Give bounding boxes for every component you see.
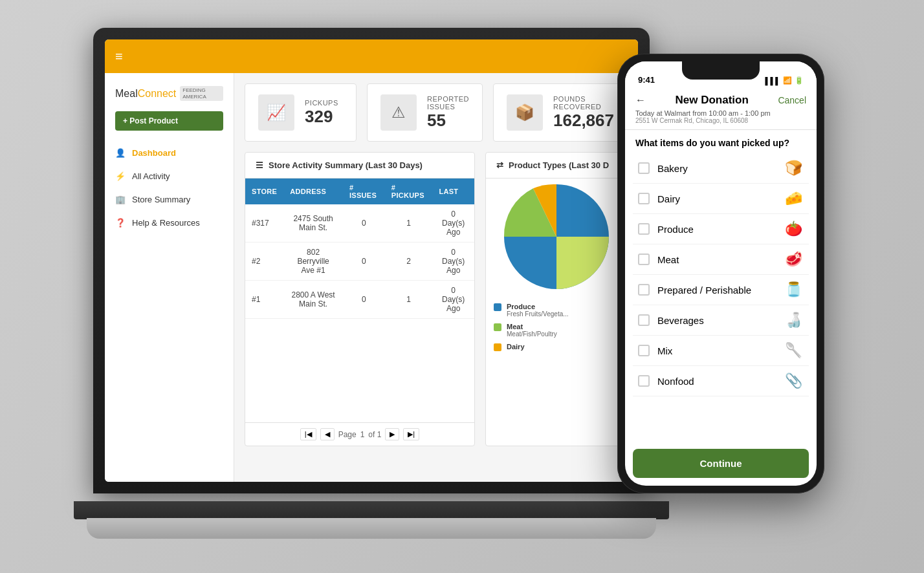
stat-info-pickups: PICKUPS 329 <box>305 99 338 127</box>
col-pickups: # PICKUPS <box>385 178 433 204</box>
table-row[interactable]: #1 2800 A West Main St. 0 1 0 Day(s) Ago <box>245 281 474 319</box>
pie-chart-area <box>486 178 627 295</box>
legend-item-meat: Meat Meat/Fish/Poultry <box>494 323 619 338</box>
item-checkbox-beverages[interactable] <box>638 314 650 326</box>
item-row-bakery[interactable]: Bakery 🍞 <box>633 153 809 184</box>
pickups-icon-box: 📈 <box>258 94 294 131</box>
page-label: Page <box>338 430 357 439</box>
table-row[interactable]: #2 802 Berryville Ave #1 0 2 0 Day(s) Ag… <box>245 243 474 281</box>
item-checkbox-prepared[interactable] <box>638 284 650 296</box>
meat-icon: 🥩 <box>783 251 804 268</box>
page-prev-button[interactable]: ◀ <box>320 428 335 440</box>
store-activity-table: STORE ADDRESS # ISSUES # PICKUPS LAST <box>245 178 474 319</box>
back-button[interactable]: ← <box>635 94 646 106</box>
product-types-title: Product Types (Last 30 D <box>509 160 609 170</box>
item-row-mix[interactable]: Mix 🥄 <box>633 336 809 366</box>
logo-connect-text: Connect <box>138 88 177 99</box>
issues-label: REPORTED ISSUES <box>427 95 469 111</box>
item-row-nonfood[interactable]: Nonfood 📎 <box>633 366 809 396</box>
logo-area: MealConnect FEEDING AMERICA <box>105 81 234 111</box>
stat-card-reported-issues: ⚠ REPORTED ISSUES 55 <box>367 83 483 142</box>
continue-button[interactable]: Continue <box>633 449 809 478</box>
signal-icon: ▌▌▌ <box>765 77 780 85</box>
items-question: What items do you want picked up? <box>625 130 817 153</box>
laptop-body: ≡ MealConnect FEEDING AMERICA + Pos <box>93 28 650 493</box>
stat-info-issues: REPORTED ISSUES 55 <box>427 95 469 131</box>
status-icons: ▌▌▌ 📶 🔋 <box>765 76 804 85</box>
cell-pickups-0: 1 <box>385 204 433 243</box>
pounds-icon-box: 📦 <box>507 94 543 131</box>
product-types-header: ⇄ Product Types (Last 30 D <box>486 153 627 178</box>
item-checkbox-dairy[interactable] <box>638 193 650 204</box>
item-row-meat[interactable]: Meat 🥩 <box>633 244 809 275</box>
logo-meal-text: Meal <box>115 88 138 99</box>
col-address: ADDRESS <box>283 178 343 204</box>
page-last-button[interactable]: ▶| <box>403 428 419 440</box>
item-checkbox-mix[interactable] <box>638 345 650 356</box>
bakery-icon: 🍞 <box>783 160 804 177</box>
produce-icon: 🍅 <box>783 221 804 237</box>
page-first-button[interactable]: |◀ <box>300 428 316 440</box>
pickups-label: PICKUPS <box>305 99 338 107</box>
cell-issues-2: 0 <box>343 281 385 319</box>
item-row-dairy[interactable]: Dairy 🧀 <box>633 184 809 214</box>
stat-card-pickups: 📈 PICKUPS 329 <box>245 83 357 142</box>
sidebar-item-dashboard[interactable]: 👤 Dashboard <box>105 141 234 164</box>
stats-row: 📈 PICKUPS 329 ⚠ REPORTED ISSUES <box>245 83 628 142</box>
app-body: MealConnect FEEDING AMERICA + Post Produ… <box>105 73 638 482</box>
sidebar: MealConnect FEEDING AMERICA + Post Produ… <box>105 73 234 482</box>
legend-dot-dairy <box>494 343 501 351</box>
cell-last-2: 0 Day(s) Ago <box>432 281 474 319</box>
phone-container: 9:41 ▌▌▌ 📶 🔋 ← New Donation Cancel Today… <box>617 54 824 493</box>
store-summary-icon: 🏢 <box>115 194 126 204</box>
item-checkbox-produce[interactable] <box>638 223 650 235</box>
table-row[interactable]: #317 2475 South Main St. 0 1 0 Day(s) Ag… <box>245 204 474 243</box>
logo: MealConnect <box>115 88 176 100</box>
item-row-beverages[interactable]: Beverages 🍶 <box>633 305 809 336</box>
prepared-icon: 🫙 <box>783 281 804 298</box>
pounds-value: 162,867 <box>553 111 614 131</box>
item-checkbox-bakery[interactable] <box>638 162 650 174</box>
col-last: LAST <box>432 178 474 204</box>
sidebar-item-help-resources-label: Help & Resources <box>132 218 200 228</box>
legend-area: Produce Fresh Fruits/Vegeta... Meat <box>486 295 627 364</box>
item-label-mix: Mix <box>657 345 775 356</box>
item-label-prepared: Prepared / Perishable <box>657 285 775 296</box>
laptop-screen: ≡ MealConnect FEEDING AMERICA + Pos <box>105 39 638 482</box>
phone-address: 2551 W Cermak Rd, Chicago, IL 60608 <box>635 117 806 124</box>
dairy-icon: 🧀 <box>783 190 804 207</box>
nonfood-icon: 📎 <box>783 373 804 389</box>
cell-store-1: #2 <box>245 243 283 281</box>
item-checkbox-nonfood[interactable] <box>638 375 650 387</box>
post-product-button[interactable]: + Post Product <box>115 111 223 131</box>
cell-pickups-1: 2 <box>385 243 433 281</box>
help-resources-icon: ❓ <box>115 217 126 228</box>
sidebar-item-store-summary-label: Store Summary <box>132 195 190 204</box>
pie-chart-svg <box>486 178 627 295</box>
cell-address-2: 2800 A West Main St. <box>283 281 343 319</box>
sidebar-item-store-summary[interactable]: 🏢 Store Summary <box>105 188 234 211</box>
item-row-produce[interactable]: Produce 🍅 <box>633 214 809 244</box>
cell-address-1: 802 Berryville Ave #1 <box>283 243 343 281</box>
cancel-button[interactable]: Cancel <box>778 95 806 105</box>
phone-body: 9:41 ▌▌▌ 📶 🔋 ← New Donation Cancel Today… <box>617 54 824 493</box>
cell-store-2: #1 <box>245 281 283 319</box>
hamburger-icon[interactable]: ≡ <box>115 49 123 64</box>
dashboard-icon: 👤 <box>115 147 126 158</box>
main-content: 📈 PICKUPS 329 ⚠ REPORTED ISSUES <box>234 73 638 482</box>
page-next-button[interactable]: ▶ <box>385 428 399 440</box>
item-row-prepared-perishable[interactable]: Prepared / Perishable 🫙 <box>633 275 809 305</box>
wifi-icon: 📶 <box>783 76 792 85</box>
laptop-container: ≡ MealConnect FEEDING AMERICA + Pos <box>74 28 669 558</box>
legend-item-produce: Produce Fresh Fruits/Vegeta... <box>494 303 619 318</box>
cell-last-0: 0 Day(s) Ago <box>432 204 474 243</box>
col-store: STORE <box>245 178 283 204</box>
status-time: 9:41 <box>638 75 655 85</box>
item-checkbox-meat[interactable] <box>638 254 650 265</box>
phone-subtitle: Today at Walmart from 10:00 am - 1:00 pm <box>635 109 806 117</box>
product-types-card: ⇄ Product Types (Last 30 D <box>485 152 628 446</box>
beverages-icon: 🍶 <box>783 312 804 329</box>
sidebar-item-all-activity[interactable]: ⚡ All Activity <box>105 164 234 188</box>
sidebar-item-help-resources[interactable]: ❓ Help & Resources <box>105 211 234 234</box>
sidebar-item-all-activity-label: All Activity <box>132 171 170 181</box>
